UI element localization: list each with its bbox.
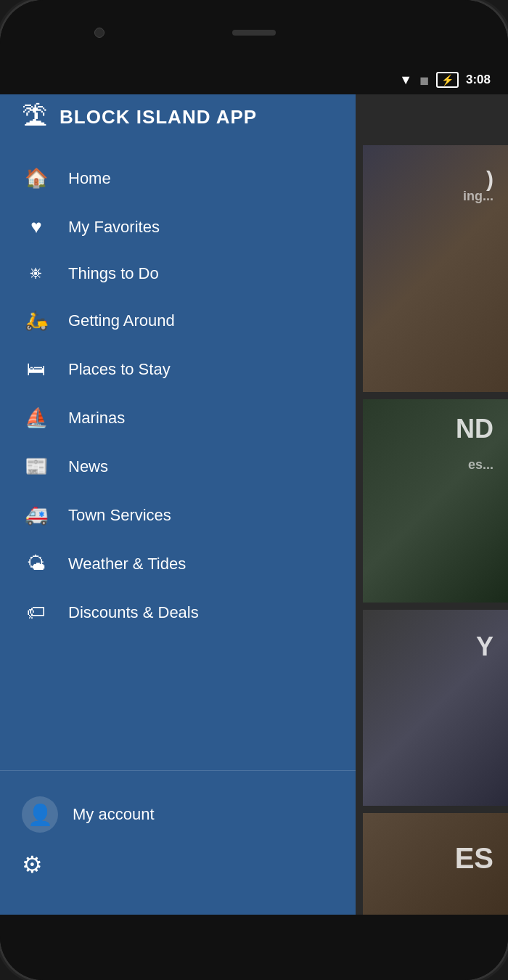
nav-drawer: 🏝 BLOCK ISLAND APP 🏠 Home ♥ My Favorites… [0, 65, 356, 915]
bed-icon: 🛏 [22, 358, 51, 380]
app-logo-icon: 🏝 [22, 102, 48, 132]
ambulance-icon: 🚑 [22, 504, 51, 526]
bg-panel-4: ES [363, 813, 508, 915]
drawer-nav: 🏠 Home ♥ My Favorites ⛯ Things to Do 🛵 G… [0, 154, 356, 763]
app-title: BLOCK ISLAND APP [60, 106, 257, 128]
bg-text-5: Y [476, 632, 493, 662]
bg-text-3: ND [456, 414, 493, 444]
my-account-button[interactable]: 👤 My account [22, 785, 334, 844]
newspaper-icon: 📰 [22, 455, 51, 478]
sidebar-item-places-to-stay[interactable]: 🛏 Places to Stay [0, 345, 356, 393]
phone-top-bezel [0, 0, 508, 65]
sidebar-item-home-label: Home [68, 169, 111, 188]
phone-frame: ▼ ◼ ⚡ 3:08 ) ing... ND es... Y ES [0, 0, 508, 980]
sidebar-item-marinas-label: Marinas [68, 409, 125, 428]
status-time: 3:08 [466, 73, 491, 87]
sidebar-item-town-services-label: Town Services [68, 506, 171, 525]
home-icon: 🏠 [22, 167, 51, 189]
sidebar-item-marinas[interactable]: ⛵ Marinas [0, 393, 356, 442]
sidebar-item-news-label: News [68, 457, 108, 476]
discount-icon: 🏷 [22, 601, 51, 624]
sidebar-item-news[interactable]: 📰 News [0, 442, 356, 491]
bg-text-4: es... [468, 457, 493, 473]
drawer-header: 🏝 BLOCK ISLAND APP [0, 94, 356, 154]
scooter-icon: 🛵 [22, 309, 51, 332]
sidebar-item-things-to-do[interactable]: ⛯ Things to Do [0, 251, 356, 296]
front-camera [94, 28, 105, 38]
sidebar-item-town-services[interactable]: 🚑 Town Services [0, 491, 356, 539]
battery-icon: ⚡ [436, 72, 459, 88]
bg-panel-1: ) ing... [363, 145, 508, 392]
bg-text-2: ing... [463, 189, 493, 204]
bg-text-6: ES [455, 842, 493, 875]
weather-icon: 🌤 [22, 552, 51, 575]
sidebar-item-places-to-stay-label: Places to Stay [68, 360, 171, 379]
sidebar-item-discounts-deals[interactable]: 🏷 Discounts & Deals [0, 588, 356, 637]
my-account-label: My account [73, 805, 155, 824]
status-bar: ▼ ◼ ⚡ 3:08 [0, 65, 508, 94]
heart-icon: ♥ [22, 216, 51, 238]
marina-icon: ⛵ [22, 407, 51, 429]
bg-panel-3: Y [363, 610, 508, 806]
drawer-footer: 👤 My account ⚙ [0, 770, 356, 900]
bg-panel-2: ND es... [363, 399, 508, 603]
person-icon: 👤 [28, 803, 53, 827]
sidebar-item-getting-around[interactable]: 🛵 Getting Around [0, 296, 356, 345]
account-avatar: 👤 [22, 796, 58, 833]
sidebar-item-weather-tides-label: Weather & Tides [68, 555, 186, 573]
sidebar-item-my-favorites-label: My Favorites [68, 218, 160, 237]
phone-bottom-bezel [0, 915, 508, 980]
lighthouse-icon: ⛯ [22, 264, 51, 283]
sidebar-item-getting-around-label: Getting Around [68, 311, 175, 330]
sidebar-item-things-to-do-label: Things to Do [68, 264, 159, 283]
sidebar-item-my-favorites[interactable]: ♥ My Favorites [0, 203, 356, 251]
signal-icon: ◼ [419, 73, 429, 87]
settings-button[interactable]: ⚙ [22, 844, 43, 886]
sidebar-item-discounts-deals-label: Discounts & Deals [68, 603, 199, 622]
sidebar-item-home[interactable]: 🏠 Home [0, 154, 356, 203]
speaker [232, 30, 276, 36]
bg-text-1: ) [486, 167, 493, 192]
wifi-icon: ▼ [399, 73, 412, 88]
sidebar-item-weather-tides[interactable]: 🌤 Weather & Tides [0, 539, 356, 588]
phone-screen: ▼ ◼ ⚡ 3:08 ) ing... ND es... Y ES [0, 65, 508, 915]
